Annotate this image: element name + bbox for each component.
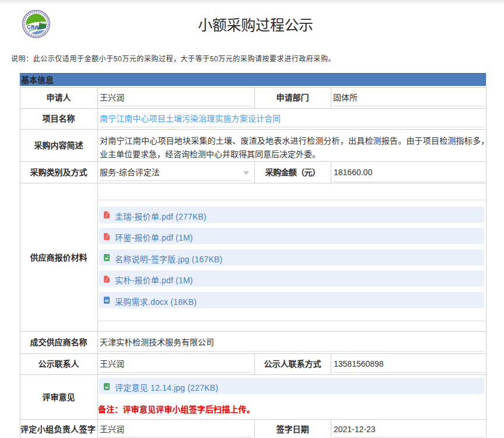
svg-text:w: w xyxy=(104,298,108,303)
